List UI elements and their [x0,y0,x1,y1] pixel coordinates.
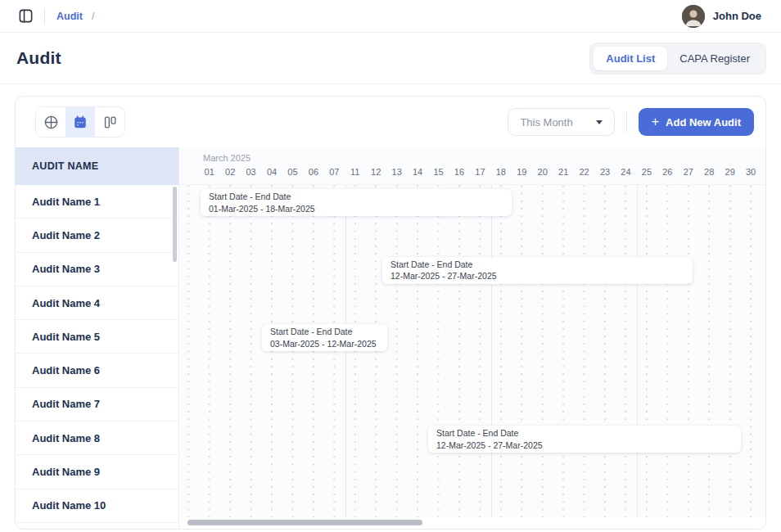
audit-row-label: Audit Name 8 [32,432,100,444]
gantt-chart: March 2025 01020304050607111213141516171… [179,147,765,529]
header-tab-group: Audit List CAPA Register [589,43,766,74]
day-label: 14 [407,167,427,177]
plus-icon: + [652,115,659,128]
page-title: Audit [16,48,61,68]
add-new-audit-label: Add New Audit [666,116,741,128]
top-bar: Audit / John Doe [0,0,781,33]
day-label: 28 [699,167,720,177]
user-avatar[interactable] [682,5,705,28]
day-label: 30 [740,167,761,177]
audit-row-label: Audit Name 2 [32,229,100,241]
gantt-bar-dates: 12-Mar-2025 - 27-Mar-2025 [390,271,684,282]
kanban-view-icon [102,115,118,130]
day-label: 25 [636,167,657,177]
horizontal-scrollbar[interactable] [187,520,422,525]
audit-row-label: Audit Name 6 [32,364,100,376]
audit-row[interactable]: Audit Name 2 [16,219,178,252]
calendar-view-icon [73,115,88,129]
breadcrumb-audit-link[interactable]: Audit [56,11,83,22]
day-label: 27 [678,167,698,177]
audit-row-label: Audit Name 3 [32,263,100,275]
audit-name-header: AUDIT NAME [16,147,178,185]
calendar-view-button[interactable] [65,107,95,137]
page-header: Audit Audit List CAPA Register [0,33,781,84]
audit-row[interactable]: Audit Name 1 [16,185,178,219]
day-label: 22 [574,167,594,177]
week-separator-line [491,185,492,517]
audit-row[interactable]: Audit Name 3 [16,253,178,286]
day-label: 24 [616,167,636,177]
day-label: 13 [386,167,407,177]
topbar-divider [44,9,45,24]
day-label: 11 [345,167,365,177]
kanban-view-button[interactable] [95,107,124,137]
audit-row[interactable]: Audit Name 9 [16,455,178,489]
day-label: 21 [553,167,573,177]
user-menu: John Doe [682,5,761,28]
user-name: John Doe [713,10,761,22]
day-label: 05 [282,167,303,177]
day-label: 26 [657,167,678,177]
audit-row[interactable]: Audit Name 5 [16,320,178,354]
gantt-bar-title: Start Date - End Date [436,428,733,440]
day-label: 12 [366,167,386,177]
audit-name-column: AUDIT NAME Audit Name 1Audit Name 2Audit… [16,147,179,529]
day-label: 23 [594,167,615,177]
vertical-scrollbar[interactable] [173,187,177,262]
gantt-bar-dates: 01-Mar-2025 - 18-Mar-2025 [209,204,503,215]
grid-view-button[interactable] [36,107,65,137]
audit-row[interactable]: Audit Name 8 [16,422,178,455]
day-label: 15 [428,167,449,177]
gantt-bar-title: Start Date - End Date [270,327,379,338]
day-label: 17 [470,167,490,177]
day-label: 04 [261,167,282,177]
audit-row-label: Audit Name 10 [32,499,106,512]
card-toolbar: This Month + Add New Audit [16,97,765,147]
tab-capa-register[interactable]: CAPA Register [667,47,762,70]
day-label: 03 [241,167,261,177]
audit-row[interactable]: Audit Name 6 [16,354,178,387]
sidebar-toggle-icon[interactable] [18,8,34,24]
gantt-bar[interactable]: Start Date - End Date12-Mar-2025 - 27-Ma… [428,426,741,453]
day-label: 19 [512,167,532,177]
day-label: 18 [490,167,511,177]
gantt-grid: Start Date - End Date01-Mar-2025 - 18-Ma… [179,185,765,517]
audit-row-label: Audit Name 9 [32,466,100,478]
gantt-section: AUDIT NAME Audit Name 1Audit Name 2Audit… [16,147,765,529]
audit-row-label: Audit Name 5 [32,331,100,343]
view-toggle-group [35,106,125,138]
breadcrumb-separator: / [92,11,94,22]
gantt-bar[interactable]: Start Date - End Date01-Mar-2025 - 18-Ma… [201,189,512,216]
day-label: 20 [532,167,553,177]
tab-audit-list[interactable]: Audit List [594,47,667,70]
chevron-down-icon [596,120,603,124]
day-label: 01 [199,167,219,177]
gantt-header: March 2025 01020304050607111213141516171… [179,147,765,185]
toolbar-divider [626,111,627,133]
gantt-bar-title: Start Date - End Date [390,259,684,271]
month-filter-value: This Month [520,116,572,128]
gantt-month-label: March 2025 [179,153,765,163]
toolbar-right: This Month + Add New Audit [508,108,754,136]
day-label: 29 [720,167,740,177]
gantt-bar[interactable]: Start Date - End Date12-Mar-2025 - 27-Ma… [382,257,693,284]
audit-row[interactable]: Audit Name 7 [16,388,178,422]
audit-row-label: Audit Name 1 [32,196,100,208]
month-filter-select[interactable]: This Month [508,108,614,136]
audit-row-label: Audit Name 4 [32,297,100,309]
gantt-bar-dates: 03-Mar-2025 - 12-Mar-2025 [270,339,379,350]
audit-name-list: Audit Name 1Audit Name 2Audit Name 3Audi… [16,185,178,529]
audit-row[interactable]: Audit Name 10 [16,489,178,523]
audit-card: This Month + Add New Audit AUDIT NAME Au… [15,96,766,530]
day-label: 02 [219,167,240,177]
week-separator-line [637,185,638,517]
gantt-bar-dates: 12-Mar-2025 - 27-Mar-2025 [436,440,733,452]
grid-view-icon [43,115,59,130]
gantt-bar[interactable]: Start Date - End Date03-Mar-2025 - 12-Ma… [262,324,387,351]
day-label: 06 [303,167,323,177]
add-new-audit-button[interactable]: + Add New Audit [639,108,754,136]
audit-row-label: Audit Name 7 [32,398,100,410]
audit-row[interactable]: Audit Name 4 [16,286,178,320]
horizontal-scrollbar-track [179,517,765,529]
gantt-day-labels: 0102030405060711121314151617181920212223… [179,167,765,177]
